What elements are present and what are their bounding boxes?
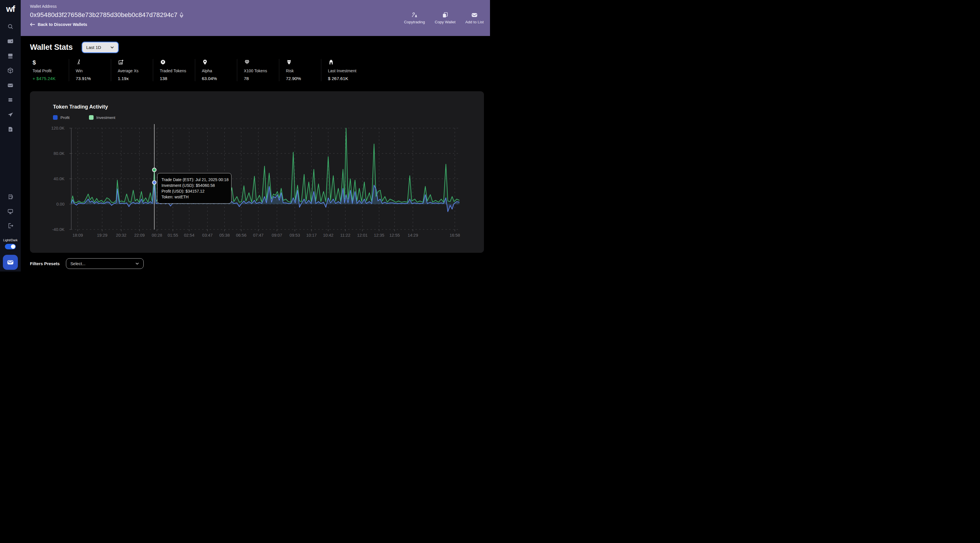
x-tick-label: 22:09 <box>134 233 145 237</box>
chevron-down-icon <box>110 45 114 49</box>
x-tick-label: 09:07 <box>272 233 282 237</box>
gem-icon <box>244 59 279 66</box>
x-tick-label: 09:53 <box>290 233 300 237</box>
x-tick-label: 19:29 <box>97 233 107 237</box>
toggle-knob <box>11 244 15 249</box>
wallet-address-label: Wallet Address <box>30 4 183 9</box>
theme-toggle[interactable] <box>5 244 16 249</box>
layers-icon[interactable] <box>7 96 14 104</box>
x-tick-label: 14:29 <box>408 233 418 237</box>
x-tick-label: 20:32 <box>116 233 126 237</box>
investment-marker <box>152 168 156 172</box>
x-tick-label: 00:28 <box>152 233 162 237</box>
walking-person-icon <box>76 59 111 66</box>
x-tick-label: 10:42 <box>323 233 333 237</box>
x-tick-label: 06:56 <box>236 233 247 237</box>
stat-traded-tokens: Traded Tokens 138 <box>153 59 195 81</box>
header-actions: Copytrading Copy Wallet Add to List <box>404 11 484 24</box>
x-axis-labels: 18:0919:2920:3222:0900:2801:5502:5403:47… <box>71 233 460 239</box>
chart-title: Token Trading Activity <box>53 104 108 110</box>
period-select[interactable]: Last 1D <box>82 42 119 53</box>
stat-alpha: Alpha 63.04% <box>195 59 237 81</box>
sidebar-nav <box>7 23 14 133</box>
page-header: Wallet Address 0x95480d3f27658e73b2785d3… <box>21 0 490 36</box>
telegram-icon[interactable] <box>7 111 14 118</box>
copy-wallet-button[interactable]: Copy Wallet <box>435 11 455 24</box>
profit-color-chip <box>53 115 57 120</box>
stat-risk: Risk 72.90% <box>279 59 321 81</box>
chart-legend: Profit Investment <box>53 115 115 120</box>
sidebar: wf Light/Dark <box>0 0 21 272</box>
dollar-icon: $ <box>33 59 69 66</box>
wallet-address: 0x95480d3f27658e73b2785d30beb0c847d78294… <box>30 11 183 19</box>
x-tick-label: 12:01 <box>357 233 368 237</box>
x-tick-label: 18:09 <box>73 233 83 237</box>
tooltip-investment: Investment (USD): $54060.58 <box>162 183 227 188</box>
arch-icon <box>328 59 363 66</box>
token-box-icon <box>160 59 195 66</box>
legend-profit[interactable]: Profit <box>53 115 70 120</box>
x-tick-label: 02:54 <box>184 233 194 237</box>
receipt-icon[interactable] <box>7 193 14 201</box>
copytrading-button[interactable]: Copytrading <box>404 11 425 24</box>
stack-icon[interactable] <box>7 53 14 59</box>
y-tick-label: 40.0K <box>38 177 65 181</box>
filters-presets-row: Filters Presets Select... <box>30 258 144 269</box>
chart-plot[interactable] <box>71 128 460 229</box>
y-tick-label: 120.0K <box>38 126 65 131</box>
x-tick-label: 12:55 <box>390 233 400 237</box>
wallet-action-button[interactable] <box>3 255 18 270</box>
theme-switcher: Light/Dark <box>0 238 21 249</box>
mask-icon <box>286 59 321 66</box>
wallet-dashboard-page: wf Light/Dark Wallet Address <box>0 0 490 272</box>
chart-tooltip: Trade Date (EST): Jul 21, 2025 00:18 Inv… <box>157 173 231 204</box>
monitor-icon[interactable] <box>7 208 14 215</box>
card-icon[interactable] <box>7 82 14 89</box>
page-title: Wallet Stats <box>30 43 73 52</box>
search-icon[interactable] <box>7 23 14 30</box>
theme-label: Light/Dark <box>0 238 21 242</box>
stat-win: Win 73.91% <box>69 59 111 81</box>
x-tick-label: 03:47 <box>202 233 212 237</box>
tooltip-token: Token: wstETH <box>162 194 227 200</box>
x-tick-label: 07:47 <box>253 233 263 237</box>
app-logo: wf <box>6 4 14 14</box>
wallet-address-value: 0x95480d3f27658e73b2785d30beb0c847d78294… <box>30 11 177 19</box>
stat-x100-tokens: X100 Tokens 78 <box>237 59 279 81</box>
y-tick-label: 80.0K <box>38 151 65 156</box>
legend-investment[interactable]: Investment <box>89 115 115 120</box>
y-tick-label: 0.00 <box>38 202 65 207</box>
x-tick-label: 10:17 <box>306 233 317 237</box>
copy-icon <box>442 11 449 18</box>
copytrading-icon <box>411 11 418 18</box>
filters-presets-select[interactable]: Select... <box>66 258 144 269</box>
investment-color-chip <box>89 115 94 120</box>
document-icon[interactable] <box>7 126 14 133</box>
filters-presets-label: Filters Presets <box>30 261 60 266</box>
tooltip-trade-date: Trade Date (EST): Jul 21, 2025 00:18 <box>162 177 227 183</box>
stat-average-xs: Average Xs 1.19x <box>111 59 153 81</box>
chevron-down-icon <box>135 261 139 266</box>
logout-icon[interactable] <box>7 222 14 229</box>
add-to-list-icon <box>471 11 478 18</box>
ethereum-icon <box>180 12 183 18</box>
back-link[interactable]: Back to Discover Wallets <box>30 22 183 27</box>
stat-last-investment: Last Investment $ 267.61K <box>321 59 363 81</box>
wallet-button-icon <box>6 258 14 266</box>
x-tick-label: 12:35 <box>374 233 384 237</box>
sidebar-nav-bottom <box>0 193 21 229</box>
main-content: Wallet Stats Last 1D $ Total Profit + $4… <box>21 36 490 272</box>
y-axis-labels: 120.0K80.0K40.0K0.00-40.0K <box>38 128 67 229</box>
x-tick-label: 05:38 <box>220 233 230 237</box>
token-trading-activity-card: Token Trading Activity Profit Investment… <box>30 91 484 253</box>
profit-marker <box>152 180 156 184</box>
y-tick-label: -40.0K <box>38 227 65 232</box>
cube-icon[interactable] <box>7 67 14 74</box>
x-tick-label: 16:58 <box>450 233 460 237</box>
tooltip-profit: Profit (USD): $34157.12 <box>162 188 227 194</box>
add-to-list-button[interactable]: Add to List <box>465 11 484 24</box>
back-link-label: Back to Discover Wallets <box>38 22 87 27</box>
copy-wallet-label: Copy Wallet <box>435 20 455 24</box>
stat-total-profit: $ Total Profit + $475.24K <box>30 59 69 81</box>
wallet-icon[interactable] <box>7 38 14 45</box>
